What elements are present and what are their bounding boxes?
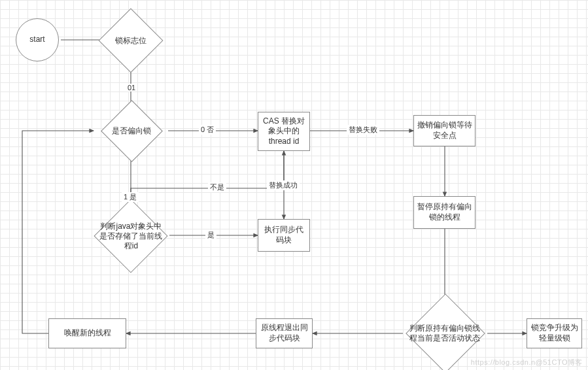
- node-wake-thread: 唤醒新的线程: [48, 318, 126, 348]
- node-java-header-check-label: 判断java对象头中是否存储了当前线程id: [95, 219, 167, 254]
- node-cas-replace: CAS 替换对象头中的thread id: [258, 112, 310, 151]
- node-cas-replace-label: CAS 替换对象头中的thread id: [261, 116, 307, 147]
- node-upgrade-lock: 锁竞争升级为轻量级锁: [527, 318, 582, 348]
- node-exec-sync-label: 执行同步代码块: [261, 225, 307, 245]
- edge-label-is: 是: [205, 230, 216, 240]
- node-revoke-biased: 撤销偏向锁等待安全点: [413, 115, 476, 146]
- node-revoke-biased-label: 撤销偏向锁等待安全点: [417, 120, 472, 141]
- edge-label-replace-ok: 替换成功: [267, 180, 300, 190]
- node-is-biased: 是否偏向锁: [94, 109, 168, 153]
- edge-label-01: 01: [126, 84, 137, 92]
- node-exit-sync-label: 原线程退出同步代码块: [259, 323, 309, 343]
- node-lock-flag: 锁标志位: [108, 18, 154, 63]
- node-thread-alive-label: 判断原持有偏向锁线程当前是否活动状态: [405, 321, 485, 346]
- edge-label-1-yes: 1 是: [122, 192, 139, 202]
- node-thread-alive: 判断原持有偏向锁线程当前是否活动状态: [403, 305, 487, 362]
- node-exit-sync: 原线程退出同步代码块: [256, 318, 313, 348]
- node-exec-sync: 执行同步代码块: [258, 219, 310, 252]
- node-wake-thread-label: 唤醒新的线程: [64, 328, 111, 339]
- node-pause-thread-label: 暂停原持有偏向锁的线程: [417, 202, 472, 222]
- watermark: https://blog.csdn.n@51CTO博客: [471, 358, 583, 367]
- node-upgrade-lock-label: 锁竞争升级为轻量级锁: [530, 323, 579, 343]
- node-start-label: start: [29, 35, 44, 45]
- edge-label-not-is: 不是: [208, 182, 226, 192]
- node-start: start: [16, 18, 59, 61]
- edge-label-replace-fail: 替换失败: [347, 125, 379, 135]
- node-is-biased-label: 是否偏向锁: [96, 124, 166, 139]
- node-java-header-check: 判断java对象头中是否存储了当前线程id: [93, 210, 169, 262]
- node-pause-thread: 暂停原持有偏向锁的线程: [413, 196, 476, 229]
- edge-label-0-no: 0 否: [199, 125, 216, 135]
- flowchart-canvas: start 锁标志位 是否偏向锁 判断java对象头中是否存储了当前线程id C…: [0, 0, 588, 370]
- node-lock-flag-label: 锁标志位: [112, 33, 149, 48]
